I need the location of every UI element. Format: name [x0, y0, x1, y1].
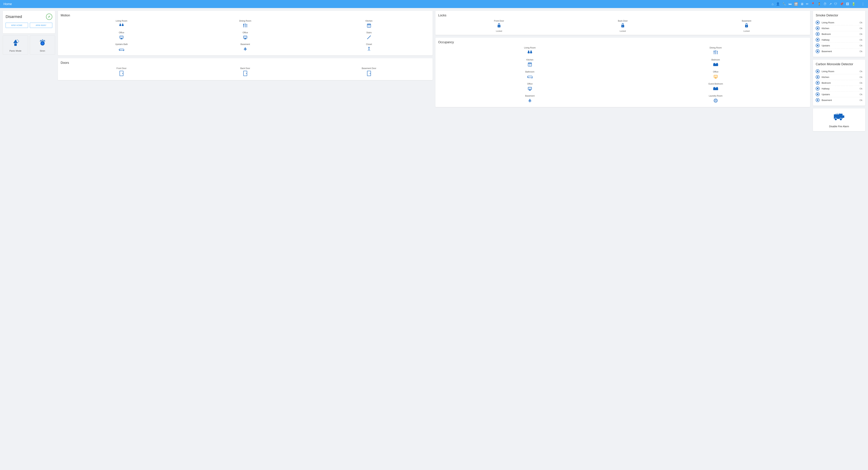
- svg-rect-27: [121, 38, 122, 39]
- svg-rect-101: [839, 114, 842, 116]
- motion-basement-icon: [184, 46, 306, 53]
- arm-away-button[interactable]: ARM AWAY: [30, 23, 52, 28]
- header: Home ⌂ 👤 🔧 🛏 🪟 🖥 ✏ 📍 🧍 ⏱ ↗ 🛡 📌 🖼 🔋 ⋮: [0, 0, 868, 8]
- motion-living-room-icon: [61, 23, 182, 29]
- motion-title: Motion: [61, 13, 430, 17]
- header-nav-icons: ⌂ 👤 🔧 🛏 🪟 🖥 ✏ 📍 🧍 ⏱ ↗ 🛡 📌 🖼 🔋 ⋮: [772, 2, 865, 6]
- shield-icon: ✔: [46, 13, 52, 20]
- svg-rect-86: [528, 88, 531, 89]
- svg-rect-87: [529, 90, 531, 90]
- svg-point-56: [622, 26, 623, 27]
- occ-laundry-room-label: Laundry Room: [624, 95, 807, 97]
- motion-office-2: Office: [184, 31, 306, 41]
- svg-line-9: [44, 40, 45, 41]
- location-icon[interactable]: 📍: [811, 2, 815, 6]
- co-bedroom-row: Bedroom Ok: [816, 80, 862, 86]
- svg-rect-84: [715, 78, 717, 79]
- motion-stairs-icon: [308, 35, 430, 41]
- occ-kitchen: Kitchen: [438, 59, 622, 68]
- lock-basement-label: Basement: [686, 20, 807, 22]
- smoke-kitchen-row: Kitchen Ok: [816, 26, 862, 31]
- svg-point-76: [716, 63, 718, 64]
- pin-icon[interactable]: 📌: [840, 2, 844, 6]
- doors-card: Doors Front Door Back Door Basement Door: [58, 58, 433, 80]
- people-icon[interactable]: 👤: [776, 2, 780, 6]
- tools-icon[interactable]: 🔧: [782, 2, 786, 6]
- home-icon[interactable]: ⌂: [772, 2, 774, 6]
- more-menu-icon[interactable]: ⋮: [861, 2, 865, 6]
- occ-kitchen-icon: [438, 62, 622, 68]
- svg-point-91: [714, 87, 715, 88]
- arm-home-button[interactable]: ARM HOME: [6, 23, 28, 28]
- svg-rect-11: [119, 25, 121, 26]
- svg-point-60: [528, 51, 529, 52]
- smoke-living-room-circle: [816, 21, 819, 24]
- occ-dining-room-label: Dining Room: [624, 46, 807, 49]
- svg-line-108: [839, 113, 840, 114]
- header-title: Home: [3, 2, 12, 6]
- smoke-hallway-label: Hallway: [822, 38, 860, 41]
- smoke-hallway-circle: [816, 38, 819, 42]
- occ-office-2-icon: [438, 86, 622, 92]
- occ-laundry-room: Laundry Room: [624, 95, 807, 104]
- smoke-bedroom-label: Bedroom: [822, 33, 860, 35]
- occ-basement: Basement: [438, 95, 622, 104]
- battery-icon[interactable]: 🔋: [851, 2, 856, 6]
- svg-rect-32: [244, 39, 246, 39]
- svg-line-33: [367, 36, 371, 39]
- svg-rect-78: [527, 77, 529, 78]
- motion-office-1-icon: [61, 35, 182, 41]
- pencil-icon[interactable]: ✏: [806, 2, 809, 6]
- svg-rect-102: [834, 114, 839, 116]
- smoke-hallway-status: Ok: [860, 38, 862, 41]
- route-icon[interactable]: ↗: [829, 2, 832, 6]
- panic-mode-tile[interactable]: Panic Mode: [3, 36, 28, 55]
- security-card: Disarmed ✔ ARM HOME ARM AWAY: [3, 11, 55, 33]
- occ-office-warning: Office: [624, 71, 807, 80]
- smoke-upstairs-row: Upstairs Ok: [816, 43, 862, 49]
- motion-closet-label: Closet: [308, 43, 430, 45]
- siren-tile[interactable]: Siren: [30, 36, 55, 55]
- co-living-room-row: Living Room Ok: [816, 68, 862, 74]
- motion-upstairs-bath-icon: [61, 46, 182, 53]
- siren-label: Siren: [32, 50, 53, 52]
- bed-icon[interactable]: 🛏: [788, 2, 792, 6]
- occ-dining-room-icon: [624, 50, 807, 56]
- co-kitchen-circle: [816, 75, 819, 79]
- clock-icon[interactable]: ⏱: [824, 2, 827, 6]
- smoke-basement-row: Basement Ok: [816, 49, 862, 54]
- security-status: Disarmed: [6, 14, 22, 19]
- svg-point-48: [122, 73, 123, 74]
- motion-closet: Closet: [308, 43, 430, 53]
- arm-buttons: ARM HOME ARM AWAY: [6, 23, 52, 28]
- svg-rect-28: [120, 39, 123, 39]
- door-back-label: Back Door: [184, 67, 306, 69]
- co-upstairs-row: Upstairs Ok: [816, 92, 862, 97]
- smoke-living-room-label: Living Room: [822, 21, 860, 24]
- middle-column: Motion Living Room Dining Room Kitchen: [58, 11, 433, 80]
- person-icon[interactable]: 🧍: [817, 2, 821, 6]
- occupancy-grid: Living Room Dining Room Kitchen: [438, 46, 807, 104]
- co-kitchen-label: Kitchen: [822, 76, 860, 79]
- co-basement-status: Ok: [860, 99, 862, 101]
- svg-point-7: [41, 42, 43, 44]
- smoke-bedroom-circle: [816, 32, 819, 36]
- occ-living-room-label: Living Room: [438, 46, 622, 49]
- image-icon[interactable]: 🖼: [846, 2, 849, 6]
- fire-alarm-card[interactable]: Disable Fire Alarm: [813, 108, 865, 131]
- motion-office-1: Office: [61, 31, 182, 41]
- co-living-room-circle: [816, 69, 819, 73]
- right-panel: Smoke Detector Living Room Ok Kitchen Ok…: [813, 11, 865, 131]
- shield-nav-icon[interactable]: 🛡: [834, 2, 837, 6]
- window-icon[interactable]: 🪟: [794, 2, 798, 6]
- motion-kitchen: Kitchen: [308, 20, 430, 29]
- svg-point-62: [530, 51, 532, 52]
- svg-rect-88: [529, 90, 531, 91]
- smoke-kitchen-label: Kitchen: [822, 27, 860, 30]
- monitor-icon[interactable]: 🖥: [800, 2, 804, 6]
- svg-point-54: [499, 26, 499, 27]
- door-front: Front Door: [61, 67, 182, 77]
- co-hallway-row: Hallway Ok: [816, 86, 862, 92]
- svg-line-106: [836, 113, 836, 114]
- occ-living-room: Living Room: [438, 46, 622, 56]
